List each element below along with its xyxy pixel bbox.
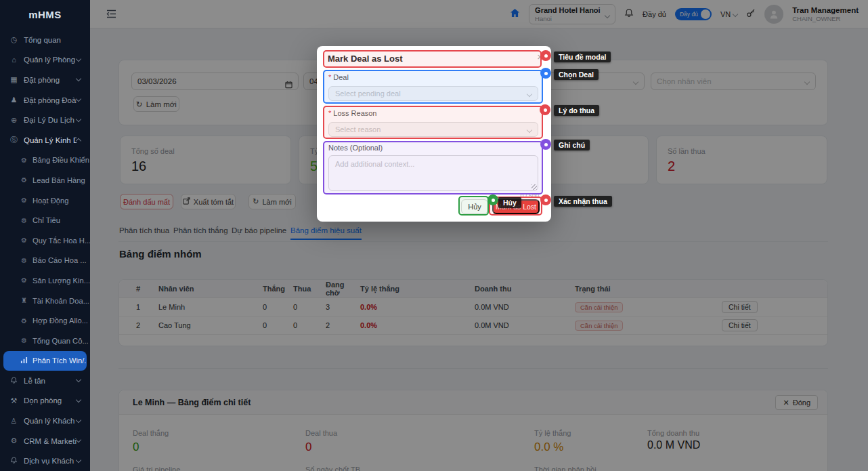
person-icon: ♙ [9,417,19,426]
sidebar-item-group-booking[interactable]: ♟ Đặt phòng Đoàn [0,90,90,110]
annotation-badge-deal-field [540,68,551,79]
gear-icon: ⚙ [9,436,19,445]
required-asterisk: * [328,73,331,81]
modal-title: Mark Deal as Lost [328,54,403,64]
chevron-up-icon [76,138,81,144]
gear-icon: ⚙ [20,217,28,224]
sidebar-subitem-sales-volume[interactable]: ⚙ Sản Lượng Kin... [0,270,90,291]
required-asterisk: * [328,109,331,117]
sidebar-subitem-commission-report[interactable]: ⚙ Báo Cáo Hoa ... [0,251,90,271]
sidebar-item-guest-services[interactable]: Dịch vụ Khách [0,451,90,471]
chevron-down-icon [527,127,532,133]
sidebar-subitem-company-overview[interactable]: ⚙ Tổng Quan Cô... [0,331,90,351]
loss-reason-select-input[interactable]: Select reason [328,122,538,137]
cancel-button[interactable]: Hủy [461,199,488,214]
sidebar-item-booking[interactable]: ▦ Đặt phòng [0,70,90,90]
group-icon: ♟ [9,96,19,104]
sidebar-item-housekeeping[interactable]: ⚒ Dọn phòng [0,391,90,411]
sidebar-subitem-dashboard[interactable]: ⚙ Bảng Điều Khiển [0,150,90,171]
sidebar-nav: ◷ Tổng quan ⌂ Quản lý Phòng ▦ Đặt phòng … [0,30,90,471]
annotation-badge-cancel [487,194,498,205]
chevron-down-icon [76,397,81,403]
sidebar-subitem-winloss-analysis[interactable]: Phản Tích Win/... [3,351,87,371]
chevron-down-icon [76,96,81,102]
sidebar-subitem-activity[interactable]: ⚙ Hoạt Động [0,190,90,211]
annotation-tag-loss-reason: Lý do thua [554,105,599,116]
chevron-down-icon [76,437,81,443]
bar-chart-icon [20,356,28,365]
gear-icon: ⚙ [20,337,28,344]
sidebar-subitem-business-accounts[interactable]: ♜ Tài Khoản Doa... [0,291,90,311]
chevron-down-icon [76,377,81,382]
sidebar-item-travel-agency[interactable]: ⊕ Đại Lý Du Lịch [0,110,90,130]
gear-icon: ⚙ [20,157,28,164]
bell-icon [9,456,19,466]
bank-icon: ♜ [20,297,28,304]
calendar-icon: ▦ [9,75,19,84]
deal-select-input[interactable]: Select pending deal [328,86,538,101]
annotation-badge-confirm [540,194,551,205]
sidebar-item-guest-management[interactable]: ♙ Quản lý Khách ... [0,411,90,431]
chevron-down-icon [76,56,81,62]
chevron-down-icon [76,116,81,121]
mark-deal-lost-modal: Mark Deal as Lost × *Deal Select pending… [317,46,551,222]
broom-icon: ⚒ [9,396,19,405]
deal-field-label: *Deal [328,73,349,81]
annotation-tag-notes: Ghi chú [554,140,590,150]
annotation-badge-notes [540,139,551,150]
clock-icon: ◷ [9,35,19,44]
gear-icon: ⚙ [20,237,28,244]
gear-icon: ⚙ [20,317,28,325]
home-icon: ⌂ [9,56,19,64]
app-logo: mHMS [0,0,90,30]
annotation-tag-confirm: Xác nhận thua [554,196,612,207]
sidebar-subitem-commission-rules[interactable]: ⚙ Quy Tắc Hoa H... [0,230,90,251]
sidebar-subitem-allotment-contracts[interactable]: ⚙ Hợp Đồng Allo... [0,310,90,331]
chevron-down-icon [527,91,532,97]
annotation-badge-loss-reason [540,104,550,115]
notes-textarea[interactable] [328,155,538,191]
chevron-down-icon [76,457,81,463]
sidebar-item-front-desk[interactable]: Lễ tân [0,371,90,391]
sidebar-item-room-management[interactable]: ⌂ Quản lý Phòng [0,50,90,70]
gear-icon: ⚙ [20,176,28,184]
sidebar-subitem-targets[interactable]: ⚙ Chỉ Tiêu [0,210,90,230]
sidebar-item-sales-management[interactable]: Ⓢ Quản Lý Kinh D... [0,130,90,150]
sidebar-item-overview[interactable]: ◷ Tổng quan [0,30,90,50]
annotation-tag-cancel: Hủy [498,197,521,208]
gear-icon: ⚙ [20,277,28,284]
chevron-down-icon [76,76,81,81]
bell-icon [9,376,19,386]
sidebar: mHMS ◷ Tổng quan ⌂ Quản lý Phòng ▦ Đặt p… [0,0,90,471]
annotation-tag-modal-title: Tiêu đề modal [554,52,611,62]
loss-reason-field-label: *Loss Reason [328,109,377,117]
sidebar-item-crm-marketing[interactable]: ⚙ CRM & Marketi... [0,431,90,451]
gear-icon: ⚙ [20,197,28,204]
gear-icon: ⚙ [20,257,28,264]
notes-field-label: Notes (Optional) [328,144,383,152]
annotation-tag-deal-field: Chọn Deal [554,69,599,80]
char-counter: 0 / 500 [520,192,539,199]
globe-icon: ⊕ [9,116,19,125]
annotation-badge-modal-title [540,50,551,61]
dollar-circle-icon: Ⓢ [9,135,19,145]
sidebar-subitem-sales-lead[interactable]: ⚙ Lead Bán Hàng [0,170,90,190]
chevron-down-icon [76,417,81,422]
app-window: mHMS ◷ Tổng quan ⌂ Quản lý Phòng ▦ Đặt p… [0,0,868,471]
